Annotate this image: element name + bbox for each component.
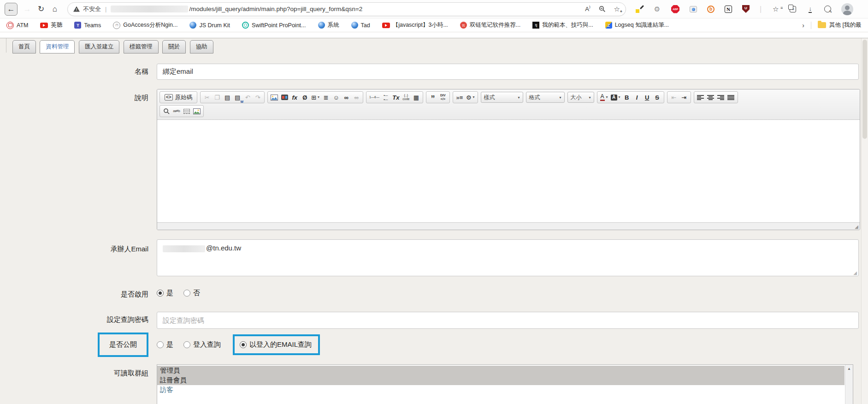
photos-extension-icon[interactable]: [690, 6, 697, 12]
outdent-icon[interactable]: ⇤: [669, 92, 679, 102]
paste-from-word-icon[interactable]: ▤W: [232, 92, 242, 102]
tab-home[interactable]: 首頁: [12, 40, 36, 53]
bookmark-item[interactable]: JS Drum Kit: [189, 22, 230, 29]
find-icon[interactable]: [161, 106, 171, 116]
tab-help[interactable]: 協助: [190, 40, 213, 53]
gear-extension-icon[interactable]: ⚙: [653, 5, 661, 13]
radio-icon[interactable]: [157, 341, 164, 348]
radio-option[interactable]: 登入查詢: [183, 340, 221, 349]
scroll-up-icon[interactable]: ▲: [845, 365, 853, 373]
paragraph-indent-icon[interactable]: »≡: [455, 92, 465, 102]
other-bookmarks-folder[interactable]: 其他 [我的最: [829, 21, 868, 29]
radio-icon[interactable]: [183, 290, 190, 297]
bookmark-item[interactable]: !|我的範本、技巧與...: [532, 21, 593, 29]
resize-grip-icon[interactable]: ◢: [855, 224, 858, 230]
zoom-out-icon[interactable]: [599, 6, 606, 12]
undo-icon[interactable]: ↶: [242, 92, 253, 102]
downloads-icon[interactable]: ↓: [806, 5, 814, 13]
font-size-dropdown[interactable]: 大小▾: [567, 92, 594, 103]
styles-dropdown[interactable]: 樣式▾: [481, 92, 523, 103]
blockquote-icon[interactable]: ”: [428, 92, 438, 102]
notion-extension-icon[interactable]: N: [725, 6, 732, 13]
back-button[interactable]: ←: [5, 3, 18, 16]
tab-about[interactable]: 關於: [162, 40, 186, 53]
align-right-icon[interactable]: [716, 92, 726, 102]
read-aloud-icon[interactable]: A): [585, 6, 590, 12]
bookmark-item[interactable]: TTeams: [74, 22, 101, 29]
radio-icon[interactable]: [183, 341, 190, 348]
underline-icon[interactable]: U: [642, 92, 652, 102]
horizontal-rule-icon[interactable]: ≣: [321, 92, 331, 102]
background-color-icon[interactable]: A▾: [609, 92, 622, 102]
indent-icon[interactable]: ⇥: [679, 92, 689, 102]
refresh-button[interactable]: ↻: [34, 2, 48, 16]
source-button[interactable]: <>原始碼: [161, 92, 195, 102]
bold-icon[interactable]: B: [622, 92, 632, 102]
bookmark-item[interactable]: ⊓GoAccess分析Ngin...: [113, 21, 177, 29]
radio-option[interactable]: 否: [183, 289, 200, 297]
remove-format-icon[interactable]: Tx: [391, 92, 401, 102]
formula-icon[interactable]: fx: [289, 92, 300, 102]
b-extension-icon[interactable]: b: [707, 6, 714, 13]
radio-option[interactable]: 是: [157, 289, 173, 297]
code-snippet-icon[interactable]: {..}code: [401, 92, 411, 102]
bookmark-item[interactable]: π双链笔记软件推荐...: [460, 21, 520, 29]
align-left-icon[interactable]: [696, 92, 706, 102]
web-capture-icon[interactable]: [824, 6, 831, 12]
bookmark-item[interactable]: 系統: [318, 21, 339, 29]
name-input[interactable]: [157, 64, 859, 80]
div-container-icon[interactable]: DIV</>: [438, 92, 448, 102]
profile-avatar[interactable]: [841, 3, 853, 15]
group-option[interactable]: 訪客: [157, 385, 844, 395]
readable-groups-select[interactable]: 管理員 註冊會員 訪客 ▲: [157, 364, 853, 404]
adblock-plus-icon[interactable]: ABP: [671, 5, 679, 13]
replace-icon[interactable]: a⇄b: [171, 106, 182, 116]
align-center-icon[interactable]: [706, 92, 716, 102]
group-option-selected[interactable]: 註冊會員: [157, 375, 844, 385]
link-icon[interactable]: ∞: [341, 92, 351, 102]
query-password-input[interactable]: [157, 312, 859, 329]
tab-import-create[interactable]: 匯入並建立: [79, 40, 120, 53]
iframe-icon[interactable]: Ø: [300, 92, 310, 102]
tab-tag-management[interactable]: 標籤管理: [124, 40, 159, 53]
tab-data-management[interactable]: 資料管理: [40, 40, 75, 53]
resize-grip-icon[interactable]: ◢: [853, 270, 857, 276]
redo-icon[interactable]: ↷: [253, 92, 263, 102]
editor-settings-icon[interactable]: ⚙▾: [465, 92, 476, 102]
radio-option[interactable]: 是: [157, 340, 173, 349]
radio-selected-icon[interactable]: [240, 341, 247, 348]
paste-icon[interactable]: ▤: [222, 92, 232, 102]
url-bar[interactable]: 不安全 | /modules/jill_query/admin/main.php…: [67, 2, 626, 16]
bookmarks-overflow-icon[interactable]: ›: [802, 22, 804, 29]
favorite-add-icon[interactable]: ☆+: [614, 6, 620, 12]
bookmark-item[interactable]: 【javascript】3小時...: [382, 21, 448, 29]
bookmark-item[interactable]: ZLogseq 知識連結筆...: [605, 21, 669, 29]
radio-selected-icon[interactable]: [157, 290, 164, 297]
strikethrough-icon[interactable]: S: [652, 92, 662, 102]
home-button[interactable]: ⌂: [48, 2, 62, 16]
ublock-shield-icon[interactable]: U: [742, 5, 750, 13]
forward-button[interactable]: →: [20, 2, 34, 16]
page-scrollbar-thumb[interactable]: [862, 40, 867, 139]
bookmark-item[interactable]: Tad: [351, 22, 370, 29]
select-all-icon[interactable]: [182, 106, 192, 116]
select-scrollbar[interactable]: ▲: [845, 365, 853, 404]
page-scrollbar[interactable]: [861, 38, 868, 404]
text-color-icon[interactable]: A▾: [599, 92, 609, 102]
editor-content-area[interactable]: [157, 120, 860, 222]
ordered-list-icon[interactable]: [368, 92, 381, 102]
image-gallery-icon[interactable]: [192, 106, 202, 116]
justify-icon[interactable]: [726, 92, 736, 102]
manager-email-textarea[interactable]: @tn.edu.tw ◢: [157, 239, 859, 276]
favorites-bar-icon[interactable]: ☆: [772, 5, 779, 13]
table-icon[interactable]: ⊞▾: [310, 92, 321, 102]
colorpicker-extension-icon[interactable]: [635, 5, 643, 13]
bookmark-item[interactable]: SwiftPoint ProPoint...: [242, 22, 306, 29]
group-option-selected[interactable]: 管理員: [157, 366, 844, 375]
image-icon[interactable]: [269, 92, 279, 102]
media-icon[interactable]: [279, 92, 289, 102]
template-icon[interactable]: ▦: [411, 92, 421, 102]
smiley-icon[interactable]: ☺: [331, 92, 341, 102]
copy-icon[interactable]: ❐: [212, 92, 222, 102]
bookmark-item[interactable]: 英聽: [40, 21, 62, 29]
